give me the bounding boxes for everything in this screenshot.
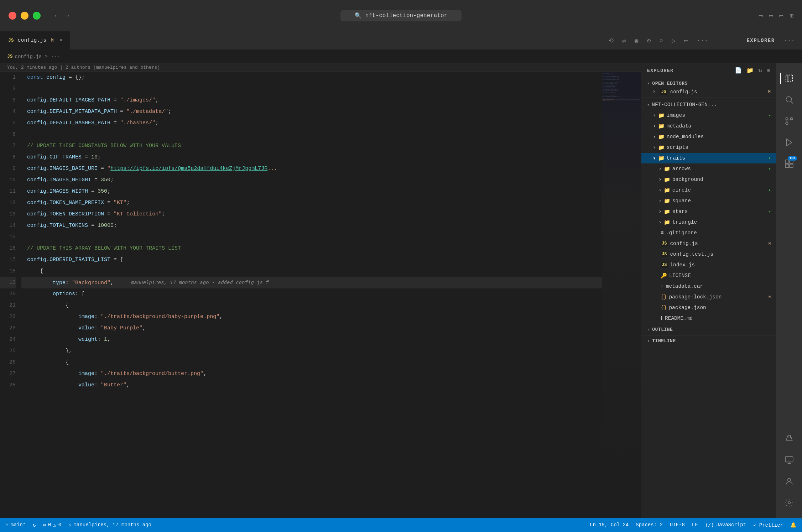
maximize-button[interactable]	[33, 12, 41, 20]
explorer-more-icon[interactable]: ···	[783, 37, 795, 44]
layout-icon-4[interactable]: ⊞	[790, 12, 793, 20]
lens-icon[interactable]: ⊙	[647, 37, 651, 45]
config-test-label: config.test.js	[670, 251, 713, 257]
timeline-title[interactable]: › TIMELINE	[641, 337, 776, 345]
collapse-explorer-icon[interactable]: ⊞	[767, 67, 771, 74]
status-branch[interactable]: ⑂ main*	[6, 522, 26, 528]
tab-config-js[interactable]: JS config.js M ×	[0, 31, 70, 49]
open-editor-item[interactable]: × JS config.js M	[641, 88, 776, 96]
tree-item-triangle[interactable]: › 📁 triangle	[641, 217, 776, 228]
branch-icon: ⑂	[6, 522, 9, 528]
status-git-user[interactable]: ⚡ manuelpires, 17 months ago	[68, 522, 151, 528]
tree-item-background[interactable]: › 📁 background	[641, 174, 776, 185]
layout-icon-1[interactable]: ▭	[759, 12, 763, 20]
svg-point-11	[788, 478, 791, 481]
new-folder-icon[interactable]: 📁	[746, 67, 754, 74]
more-icon[interactable]: ···	[697, 37, 708, 44]
activity-icon-account[interactable]	[780, 472, 798, 491]
refresh-explorer-icon[interactable]: ↻	[759, 67, 762, 74]
svg-rect-10	[785, 457, 793, 462]
tree-item-node-modules[interactable]: › 📁 node_modules	[641, 131, 776, 142]
tree-item-traits[interactable]: ▾ 📁 traits ●	[641, 153, 776, 163]
tree-item-package-lock[interactable]: {} package-lock.json M	[641, 292, 776, 302]
editor-item-close[interactable]: ×	[653, 89, 656, 95]
tree-item-config-test[interactable]: JS config.test.js	[641, 249, 776, 260]
node-modules-folder-icon: 📁	[658, 134, 665, 140]
node-modules-chevron: ›	[653, 134, 656, 140]
tree-item-config-js[interactable]: JS config.js M	[641, 238, 776, 249]
tab-actions: ⟲ ⇄ ◉ ⊙ ○ ▷ ▭ ··· EXPLORER ···	[601, 37, 802, 45]
tree-item-license[interactable]: 🔑 LICENSE	[641, 270, 776, 281]
code-line-15	[21, 231, 602, 243]
status-bar: ⑂ main* ↻ ⊗ 0 ⚠ 0 ⚡ manuelpires, 17 mont…	[0, 518, 802, 532]
tree-item-images[interactable]: › 📁 images ●	[641, 110, 776, 121]
status-sync[interactable]: ↻	[33, 522, 36, 528]
root-folder-chevron: ▾	[647, 102, 650, 108]
license-label: LICENSE	[669, 273, 691, 278]
formatter-text: ✓ Prettier	[753, 522, 783, 528]
run-icon[interactable]: ▷	[672, 37, 676, 45]
code-line-14: config.TOTAL_TOKENS = 10000;	[21, 220, 602, 231]
activity-icon-extensions[interactable]: 10K	[780, 155, 798, 173]
tree-root-folder[interactable]: ▾ NFT-COLLECTION-GEN...	[641, 99, 776, 110]
tree-item-gitignore[interactable]: ≡ .gitignore	[641, 228, 776, 238]
tree-item-stars[interactable]: › 📁 stars ●	[641, 206, 776, 217]
status-eol[interactable]: LF	[692, 522, 698, 528]
arrows-dot: ●	[769, 167, 771, 171]
activity-icon-remote[interactable]	[780, 451, 798, 469]
activity-icon-settings[interactable]	[780, 494, 798, 512]
status-spaces[interactable]: Spaces: 2	[636, 522, 663, 528]
circle-chevron: ›	[658, 187, 662, 193]
tree-item-square[interactable]: › 📁 square	[641, 195, 776, 206]
tree-item-metadata-car[interactable]: ≡ metadata.car	[641, 281, 776, 292]
config-test-icon: JS	[661, 251, 668, 257]
activity-icon-search[interactable]	[780, 90, 798, 109]
status-notifications[interactable]: 🔔	[790, 522, 796, 528]
background-folder-icon: 📁	[664, 177, 670, 183]
tree-item-package-json[interactable]: {} package.json	[641, 302, 776, 313]
tree-item-scripts[interactable]: › 📁 scripts	[641, 142, 776, 153]
activity-icon-testing[interactable]	[780, 429, 798, 448]
tree-item-circle[interactable]: › 📁 circle ●	[641, 185, 776, 195]
close-button[interactable]	[9, 12, 16, 20]
history-icon[interactable]: ⟲	[608, 37, 614, 45]
tree-item-arrows[interactable]: › 📁 arrows ●	[641, 163, 776, 174]
outline-chevron: ›	[647, 327, 650, 332]
code-line-28: value: "Butter",	[21, 380, 602, 391]
status-language[interactable]: ⟨/⟩ JavaScript	[705, 522, 746, 528]
new-file-icon[interactable]: 📄	[735, 67, 743, 74]
tree-item-index-js[interactable]: JS index.js	[641, 260, 776, 270]
layout-icon-2[interactable]: ▭	[769, 12, 773, 20]
status-position[interactable]: Ln 19, Col 24	[590, 522, 629, 528]
tab-close-icon[interactable]: ×	[59, 37, 63, 44]
code-lines[interactable]: const config = {}; config.DEFAULT_IMAGES…	[21, 72, 602, 518]
outline-title[interactable]: › OUTLINE	[641, 325, 776, 334]
minimize-button[interactable]	[21, 12, 28, 20]
status-formatter[interactable]: ✓ Prettier	[753, 522, 783, 528]
circle-icon[interactable]: ○	[659, 37, 663, 44]
activity-icon-run[interactable]	[780, 133, 798, 152]
status-encoding[interactable]: UTF-8	[670, 522, 685, 528]
titlebar-search[interactable]: 🔍 nft-collection-generator	[340, 10, 462, 21]
code-line-20: options: [	[21, 288, 602, 300]
readme-label: README.md	[665, 315, 693, 321]
back-icon[interactable]: ←	[55, 12, 59, 20]
tree-item-metadata[interactable]: › 📁 metadata	[641, 121, 776, 131]
activity-icon-source-control[interactable]	[780, 112, 798, 130]
scripts-folder-icon: 📁	[658, 145, 665, 151]
arrows-chevron: ›	[658, 166, 662, 172]
activity-icon-explorer[interactable]	[780, 69, 798, 88]
open-editors-title[interactable]: ▾ OPEN EDITORS	[641, 79, 776, 88]
split-editor-icon[interactable]: ▭	[684, 37, 688, 45]
images-folder-icon: 📁	[658, 113, 665, 119]
tree-item-readme[interactable]: ℹ README.md	[641, 313, 776, 324]
split-icon[interactable]: ⇄	[622, 37, 626, 45]
status-errors[interactable]: ⊗ 0 ⚠ 0	[43, 522, 61, 528]
tab-modified: M	[51, 38, 54, 43]
code-line-1: const config = {};	[21, 72, 602, 83]
code-line-24: weight: 1,	[21, 334, 602, 345]
layout-icon-3[interactable]: ▭	[779, 12, 783, 20]
package-json-label: package.json	[669, 305, 706, 311]
forward-icon[interactable]: →	[65, 12, 69, 20]
comments-icon[interactable]: ◉	[635, 37, 639, 45]
